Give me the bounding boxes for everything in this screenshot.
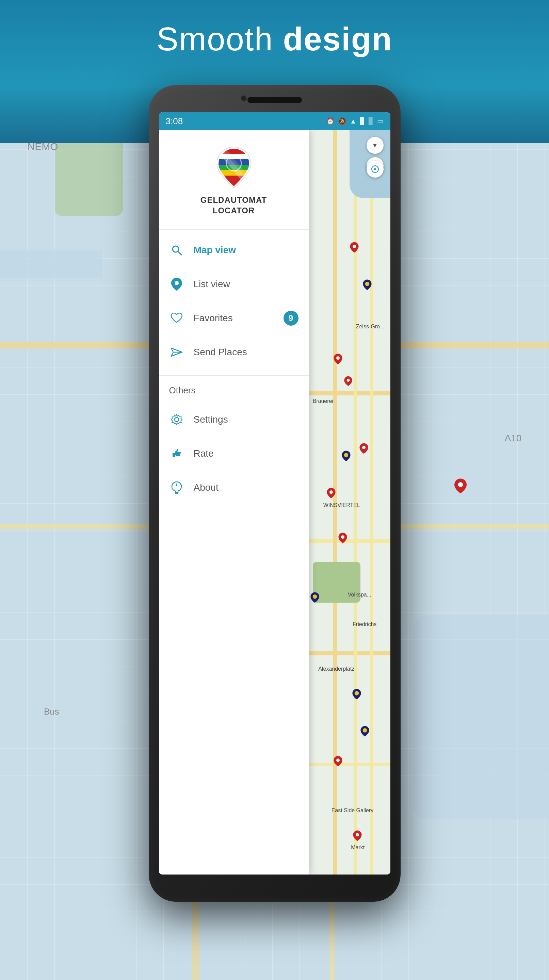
phone-speaker [247, 97, 302, 103]
svg-point-1 [458, 482, 463, 487]
map-road-h2 [309, 539, 390, 543]
map-pin-red-5 [326, 487, 336, 499]
svg-point-27 [336, 759, 340, 762]
map-water-bg [0, 250, 102, 278]
map-label-friedrichs: Friedrichs [353, 621, 376, 627]
menu-item-list-view[interactable]: List view [159, 267, 309, 301]
svg-point-28 [356, 833, 359, 837]
status-icons: ⏰ 🔕 ▲ ▊ ▊ ▭ [326, 117, 384, 125]
map-pin-navy-2 [341, 450, 351, 462]
svg-point-26 [341, 535, 344, 539]
favorites-label: Favorites [194, 313, 283, 324]
menu-item-send-places[interactable]: Send Places [159, 335, 309, 369]
app-logo-area: GELDAUTOMAT LOCATOR [159, 130, 309, 230]
page-title-text: Smooth design [0, 21, 549, 58]
send-icon [169, 345, 184, 360]
map-label-east-side: East Side Gallery [331, 808, 374, 814]
svg-point-25 [329, 491, 333, 494]
svg-rect-17 [173, 453, 175, 457]
map-label-alexanderplatz: Alexanderplatz [318, 666, 354, 672]
map-pin-red-8 [353, 830, 362, 842]
battery-icon: ▭ [377, 117, 384, 125]
mute-icon: 🔕 [338, 117, 347, 125]
status-bar: 3:08 ⏰ 🔕 ▲ ▊ ▊ ▭ [159, 112, 390, 130]
status-time: 3:08 [166, 116, 183, 127]
map-pin-navy-5 [360, 725, 370, 737]
location-target-button[interactable] [366, 161, 384, 178]
favorites-badge-count: 9 [289, 313, 293, 323]
bg-pin-2 [454, 479, 467, 493]
map-road-h1 [309, 391, 390, 395]
map-pin-red-2 [333, 353, 343, 365]
svg-line-12 [178, 251, 181, 255]
map-view-area[interactable]: Zeiss-Gro... Brauerei WINSVIERTEL Volksp… [309, 130, 390, 875]
heart-icon [169, 311, 184, 326]
svg-point-32 [354, 691, 359, 695]
svg-point-16 [175, 417, 179, 422]
svg-rect-7 [217, 176, 251, 188]
app-name-line2: LOCATOR [201, 205, 267, 216]
no-signal-icon: ▊ [369, 117, 374, 125]
settings-label: Settings [194, 414, 299, 425]
svg-point-22 [336, 356, 340, 360]
svg-point-21 [353, 245, 356, 248]
main-menu-section: Map view List view [159, 230, 309, 372]
bg-map-label-a10: A10 [505, 433, 522, 444]
app-name-line1: GELDAUTOMAT [201, 195, 267, 205]
rate-label: Rate [194, 448, 299, 459]
map-pin-navy-3 [310, 592, 320, 603]
svg-point-31 [313, 594, 317, 598]
bg-map-label-bus: Bus [44, 706, 59, 717]
page-title-section: Smooth design [0, 21, 549, 58]
menu-item-map-view[interactable]: Map view [159, 233, 309, 267]
map-pin-navy-4 [352, 688, 361, 700]
search-icon [169, 243, 184, 258]
svg-point-13 [175, 281, 179, 285]
svg-point-23 [347, 379, 350, 382]
others-menu-section: Settings Rate [159, 399, 309, 508]
svg-point-30 [344, 453, 348, 457]
phone-screen: 3:08 ⏰ 🔕 ▲ ▊ ▊ ▭ [159, 112, 390, 875]
map-canvas: Zeiss-Gro... Brauerei WINSVIERTEL Volksp… [309, 130, 390, 875]
svg-point-24 [362, 446, 366, 449]
map-label-zeiss: Zeiss-Gro... [356, 324, 385, 330]
location-pin-icon [169, 277, 184, 292]
map-pin-red-6 [338, 532, 347, 544]
wifi-icon: ▲ [350, 118, 357, 125]
map-pin-navy-1 [363, 279, 372, 291]
map-pin-red-1 [350, 242, 359, 253]
map-label-brauerei: Brauerei [313, 398, 333, 404]
others-section-header: Others [159, 379, 309, 399]
phone-device: 3:08 ⏰ 🔕 ▲ ▊ ▊ ▭ [149, 85, 401, 902]
map-road-h3 [309, 651, 390, 655]
lightbulb-icon [169, 480, 184, 495]
menu-item-rate[interactable]: Rate [159, 437, 309, 471]
title-bold: design [283, 21, 392, 57]
svg-point-35 [374, 168, 376, 170]
menu-item-settings[interactable]: Settings [159, 402, 309, 437]
map-pin-red-3 [344, 375, 353, 387]
svg-point-29 [365, 282, 370, 286]
send-places-label: Send Places [194, 347, 299, 358]
title-light: Smooth [157, 21, 283, 57]
alarm-icon: ⏰ [326, 117, 334, 125]
map-pin-red-4 [359, 443, 369, 454]
menu-item-favorites[interactable]: Favorites 9 [159, 301, 309, 335]
signal-icon: ▊ [360, 117, 365, 125]
map-label-volkspark: Volkspa... [348, 592, 371, 598]
svg-point-33 [363, 728, 367, 733]
menu-item-about[interactable]: About [159, 471, 309, 504]
app-logo-pin [217, 147, 251, 188]
gear-icon [169, 412, 184, 427]
map-chevron-button[interactable]: ▾ [366, 137, 384, 154]
map-label-markt: Markt [351, 845, 364, 851]
navigation-drawer: GELDAUTOMAT LOCATOR Map view [159, 130, 309, 875]
map-water-right [413, 615, 549, 819]
map-pin-red-7 [333, 756, 343, 767]
phone-camera [240, 95, 247, 102]
map-view-label: Map view [194, 245, 299, 256]
map-label-winsviertel: WINSVIERTEL [323, 502, 360, 508]
app-name: GELDAUTOMAT LOCATOR [201, 195, 267, 216]
list-view-label: List view [194, 279, 299, 290]
map-road-h4 [309, 763, 390, 765]
